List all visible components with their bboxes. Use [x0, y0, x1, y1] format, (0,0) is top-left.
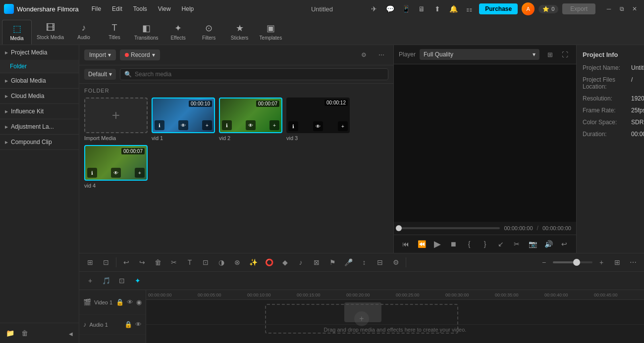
- step-back-button[interactable]: ⏪: [415, 237, 429, 251]
- mark-in-button[interactable]: {: [462, 237, 476, 251]
- record-audio-button[interactable]: 🎤: [341, 255, 355, 269]
- info-icon[interactable]: ℹ: [288, 121, 298, 131]
- transition-button[interactable]: ⊠: [310, 255, 323, 269]
- close-button[interactable]: ✕: [629, 3, 640, 14]
- clip-to-timeline-button[interactable]: ↙: [494, 237, 508, 251]
- layout-button[interactable]: ⊞: [610, 255, 624, 269]
- pip-button[interactable]: ⊡: [115, 274, 129, 288]
- section-adjustment-header[interactable]: ▶ Adjustment La...: [0, 119, 79, 134]
- section-project-media-header[interactable]: ▶ Project Media: [0, 45, 79, 60]
- filter-icon[interactable]: ⚙: [357, 48, 371, 62]
- add-video-track-button[interactable]: +: [83, 274, 97, 288]
- purchase-button[interactable]: Purchase: [479, 3, 518, 14]
- progress-handle[interactable]: [396, 225, 402, 231]
- keyframe-button[interactable]: ◆: [278, 255, 292, 269]
- eye-icon[interactable]: 👁: [111, 168, 121, 178]
- redo-button[interactable]: ↪: [135, 255, 149, 269]
- upload-icon[interactable]: ⬆: [431, 3, 443, 15]
- chat-icon[interactable]: 💬: [384, 3, 396, 15]
- tab-effects[interactable]: ✦ Effects: [163, 20, 193, 45]
- mark-out-button[interactable]: }: [478, 237, 492, 251]
- timeline-settings-button[interactable]: ⚙: [389, 255, 403, 269]
- eye-icon[interactable]: 👁: [246, 120, 256, 130]
- timeline-content[interactable]: 00:00:00:00 00:00:05:00 00:00:10:00 00:0…: [146, 290, 644, 343]
- crop-button[interactable]: ⊡: [199, 255, 213, 269]
- media-item-vid2[interactable]: 00:00:07 ℹ 👁 + vid 2: [219, 98, 282, 141]
- tab-filters[interactable]: ⊙ Filters: [194, 20, 224, 45]
- info-icon[interactable]: ℹ: [155, 120, 164, 130]
- new-folder-button[interactable]: 📁: [4, 327, 16, 339]
- cut-button[interactable]: ✂: [167, 255, 181, 269]
- ai-audio-button[interactable]: ✦: [131, 274, 145, 288]
- undo-button[interactable]: ↩: [119, 255, 133, 269]
- collapse-button[interactable]: ◀: [67, 327, 75, 339]
- tab-audio[interactable]: ♪ Audio: [69, 20, 99, 45]
- menu-view[interactable]: View: [153, 3, 176, 14]
- ai-button[interactable]: ✨: [246, 255, 260, 269]
- split-button[interactable]: ✂: [510, 237, 524, 251]
- lock-icon[interactable]: 🔒: [116, 298, 124, 306]
- bell-icon[interactable]: 🔔: [447, 3, 459, 15]
- info-icon[interactable]: ℹ: [87, 168, 97, 178]
- tab-transitions[interactable]: ◧ Transitions: [130, 20, 162, 45]
- tab-stock-media[interactable]: 🎞 Stock Media: [33, 20, 68, 45]
- import-media-item[interactable]: + Import Media: [84, 98, 148, 141]
- phone-icon[interactable]: 📱: [400, 3, 412, 15]
- zoom-out-button[interactable]: −: [537, 255, 551, 269]
- stop-button[interactable]: ⏹: [446, 237, 460, 251]
- menu-edit[interactable]: Edit: [107, 3, 127, 14]
- text-button[interactable]: T: [183, 255, 197, 269]
- monitor-icon[interactable]: 🖥: [416, 3, 428, 15]
- eye-icon[interactable]: 👁: [313, 121, 323, 131]
- share-icon[interactable]: ✈: [368, 3, 380, 15]
- go-start-button[interactable]: ⏮: [399, 237, 413, 251]
- tab-templates[interactable]: ▣ Templates: [256, 20, 286, 45]
- zoom-handle[interactable]: [573, 259, 580, 266]
- volume-button[interactable]: 🔊: [541, 237, 555, 251]
- record-button[interactable]: Record ▾: [120, 49, 160, 60]
- menu-tools[interactable]: Tools: [128, 3, 152, 14]
- media-item-vid1[interactable]: 00:00:10 ℹ 👁 + vid 1: [152, 98, 215, 141]
- add-audio-track-button[interactable]: 🎵: [99, 274, 113, 288]
- media-item-vid4[interactable]: 00:00:07 ℹ 👁 + vid 4: [84, 145, 148, 189]
- minimize-button[interactable]: ─: [603, 3, 614, 14]
- section-cloud-media-header[interactable]: ▶ Cloud Media: [0, 89, 79, 103]
- folder-item[interactable]: Folder: [0, 60, 79, 73]
- eye-icon[interactable]: 👁: [135, 321, 142, 328]
- multicam-button[interactable]: ⊟: [373, 255, 387, 269]
- subtitle-button[interactable]: ⚑: [325, 255, 339, 269]
- info-icon[interactable]: ℹ: [222, 120, 232, 130]
- grid-icon[interactable]: ⚏: [463, 3, 475, 15]
- sort-select[interactable]: Default ▾: [84, 69, 116, 80]
- more-options-icon[interactable]: ⋯: [375, 48, 388, 62]
- add-icon[interactable]: +: [269, 120, 279, 130]
- tab-titles[interactable]: T Titles: [100, 20, 129, 45]
- play-button[interactable]: ▶: [430, 237, 444, 251]
- audio-keyframe-button[interactable]: ♪: [294, 255, 308, 269]
- section-global-media-header[interactable]: ▶ Global Media: [0, 73, 79, 88]
- mask-button[interactable]: ⭕: [262, 255, 276, 269]
- settings-button[interactable]: ↩: [557, 237, 571, 251]
- more-button[interactable]: ⋯: [626, 255, 640, 269]
- split-view-icon[interactable]: ⊞: [543, 48, 556, 61]
- eye-icon[interactable]: 👁: [178, 120, 188, 130]
- add-icon[interactable]: +: [338, 121, 348, 131]
- group-button[interactable]: ⊡: [99, 255, 113, 269]
- tab-stickers[interactable]: ★ Stickers: [225, 20, 255, 45]
- eye-icon[interactable]: 👁: [127, 298, 133, 306]
- section-compound-clip-header[interactable]: ▶ Compound Clip: [0, 135, 79, 149]
- avatar[interactable]: A: [522, 2, 535, 15]
- menu-file[interactable]: File: [87, 3, 106, 14]
- speed-button[interactable]: ⊗: [230, 255, 244, 269]
- section-influence-kit-header[interactable]: ▶ Influence Kit: [0, 104, 79, 119]
- mini-clip[interactable]: [344, 302, 381, 322]
- color-button[interactable]: ◑: [215, 255, 228, 269]
- scene-detect-button[interactable]: ⊞: [83, 255, 97, 269]
- zoom-in-button[interactable]: +: [594, 255, 608, 269]
- media-item-vid3[interactable]: 00:00:12 ℹ 👁 + vid 3: [286, 98, 350, 141]
- menu-help[interactable]: Help: [177, 3, 199, 14]
- import-button[interactable]: Import ▾: [84, 49, 116, 60]
- add-icon[interactable]: +: [202, 120, 212, 130]
- search-input[interactable]: [135, 71, 384, 78]
- fullscreen-icon[interactable]: ⛶: [558, 48, 571, 61]
